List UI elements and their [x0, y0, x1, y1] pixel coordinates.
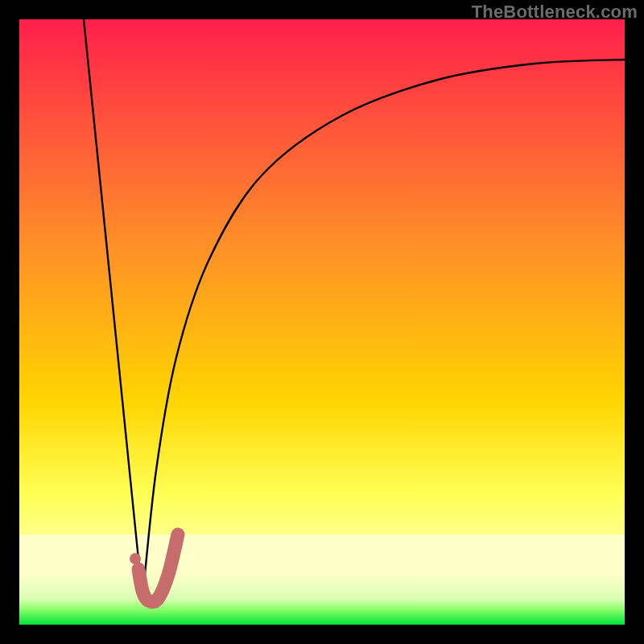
curve-svg [19, 19, 625, 625]
marker-dot [130, 553, 141, 564]
outer-frame: TheBottleneck.com [0, 0, 644, 644]
curve-right [142, 60, 625, 599]
plot-area [19, 19, 625, 625]
marker-j-stroke [138, 535, 178, 602]
curve-left-line [84, 19, 142, 599]
